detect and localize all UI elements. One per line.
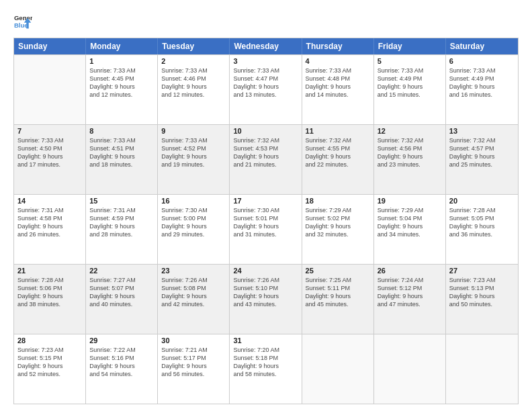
day-number: 24: [233, 267, 298, 275]
day-info: Sunrise: 7:23 AM Sunset: 5:13 PM Dayligh…: [449, 276, 515, 309]
day-info: Sunrise: 7:32 AM Sunset: 4:57 PM Dayligh…: [449, 136, 515, 169]
calendar-cell: 29Sunrise: 7:22 AM Sunset: 5:16 PM Dayli…: [86, 334, 158, 404]
calendar-cell: 8Sunrise: 7:33 AM Sunset: 4:51 PM Daylig…: [86, 125, 158, 194]
day-number: 16: [161, 197, 226, 205]
weekday-header-thursday: Thursday: [302, 38, 374, 54]
day-number: 7: [17, 127, 82, 135]
day-info: Sunrise: 7:30 AM Sunset: 5:00 PM Dayligh…: [161, 206, 226, 239]
day-number: 26: [378, 267, 442, 275]
day-number: 15: [89, 197, 154, 205]
day-info: Sunrise: 7:33 AM Sunset: 4:45 PM Dayligh…: [89, 66, 154, 99]
calendar-cell: 28Sunrise: 7:23 AM Sunset: 5:15 PM Dayli…: [14, 334, 86, 404]
calendar-cell: [14, 55, 86, 124]
calendar-cell: 18Sunrise: 7:29 AM Sunset: 5:02 PM Dayli…: [302, 195, 374, 264]
day-info: Sunrise: 7:20 AM Sunset: 5:18 PM Dayligh…: [233, 346, 298, 379]
calendar-cell: [446, 334, 518, 404]
calendar-cell: 12Sunrise: 7:32 AM Sunset: 4:56 PM Dayli…: [374, 125, 446, 194]
weekday-header-wednesday: Wednesday: [230, 38, 302, 54]
calendar-cell: 26Sunrise: 7:24 AM Sunset: 5:12 PM Dayli…: [374, 265, 446, 334]
day-number: 5: [378, 57, 442, 65]
calendar-cell: [374, 334, 446, 404]
calendar-cell: 6Sunrise: 7:33 AM Sunset: 4:49 PM Daylig…: [446, 55, 518, 124]
day-number: 20: [449, 197, 515, 205]
day-number: 27: [449, 267, 515, 275]
day-number: 17: [233, 197, 298, 205]
calendar-cell: 19Sunrise: 7:29 AM Sunset: 5:04 PM Dayli…: [374, 195, 446, 264]
day-number: 1: [89, 57, 154, 65]
day-number: 11: [306, 127, 370, 135]
calendar-cell: 14Sunrise: 7:31 AM Sunset: 4:58 PM Dayli…: [14, 195, 86, 264]
calendar-cell: 11Sunrise: 7:32 AM Sunset: 4:55 PM Dayli…: [302, 125, 374, 194]
weekday-header-sunday: Sunday: [14, 38, 86, 54]
day-info: Sunrise: 7:33 AM Sunset: 4:48 PM Dayligh…: [306, 66, 370, 99]
day-info: Sunrise: 7:32 AM Sunset: 4:56 PM Dayligh…: [378, 136, 442, 169]
weekday-header-saturday: Saturday: [446, 38, 518, 54]
calendar-cell: 23Sunrise: 7:26 AM Sunset: 5:08 PM Dayli…: [158, 265, 230, 334]
calendar-header-row: SundayMondayTuesdayWednesdayThursdayFrid…: [14, 38, 518, 54]
day-info: Sunrise: 7:31 AM Sunset: 4:59 PM Dayligh…: [89, 206, 154, 239]
weekday-header-monday: Monday: [86, 38, 158, 54]
calendar-cell: 16Sunrise: 7:30 AM Sunset: 5:00 PM Dayli…: [158, 195, 230, 264]
calendar-cell: 15Sunrise: 7:31 AM Sunset: 4:59 PM Dayli…: [86, 195, 158, 264]
day-number: 13: [449, 127, 515, 135]
calendar-cell: 20Sunrise: 7:28 AM Sunset: 5:05 PM Dayli…: [446, 195, 518, 264]
day-number: 30: [161, 336, 226, 345]
page: General Blue SundayMondayTuesdayWednesda…: [0, 0, 532, 411]
day-number: 3: [233, 57, 298, 65]
day-number: 8: [89, 127, 154, 135]
calendar-cell: 7Sunrise: 7:33 AM Sunset: 4:50 PM Daylig…: [14, 125, 86, 194]
calendar-cell: 13Sunrise: 7:32 AM Sunset: 4:57 PM Dayli…: [446, 125, 518, 194]
day-info: Sunrise: 7:33 AM Sunset: 4:51 PM Dayligh…: [89, 136, 154, 169]
calendar-row-5: 28Sunrise: 7:23 AM Sunset: 5:15 PM Dayli…: [14, 334, 518, 404]
day-info: Sunrise: 7:23 AM Sunset: 5:15 PM Dayligh…: [17, 346, 82, 379]
day-number: 23: [161, 267, 226, 275]
calendar-cell: 31Sunrise: 7:20 AM Sunset: 5:18 PM Dayli…: [230, 334, 302, 404]
day-number: 4: [306, 57, 370, 65]
day-number: 9: [161, 127, 226, 135]
day-info: Sunrise: 7:21 AM Sunset: 5:17 PM Dayligh…: [161, 346, 226, 379]
day-info: Sunrise: 7:28 AM Sunset: 5:05 PM Dayligh…: [449, 206, 515, 239]
day-number: 12: [378, 127, 442, 135]
calendar-cell: 1Sunrise: 7:33 AM Sunset: 4:45 PM Daylig…: [86, 55, 158, 124]
logo-icon: General Blue: [13, 12, 32, 31]
calendar-cell: 4Sunrise: 7:33 AM Sunset: 4:48 PM Daylig…: [302, 55, 374, 124]
calendar-cell: 25Sunrise: 7:25 AM Sunset: 5:11 PM Dayli…: [302, 265, 374, 334]
calendar-cell: 17Sunrise: 7:30 AM Sunset: 5:01 PM Dayli…: [230, 195, 302, 264]
day-info: Sunrise: 7:33 AM Sunset: 4:47 PM Dayligh…: [233, 66, 298, 99]
calendar-cell: 5Sunrise: 7:33 AM Sunset: 4:49 PM Daylig…: [374, 55, 446, 124]
day-info: Sunrise: 7:29 AM Sunset: 5:02 PM Dayligh…: [306, 206, 370, 239]
header: General Blue: [13, 12, 519, 31]
calendar-cell: 2Sunrise: 7:33 AM Sunset: 4:46 PM Daylig…: [158, 55, 230, 124]
calendar-row-4: 21Sunrise: 7:28 AM Sunset: 5:06 PM Dayli…: [14, 264, 518, 334]
day-number: 29: [89, 336, 154, 345]
day-info: Sunrise: 7:26 AM Sunset: 5:08 PM Dayligh…: [161, 276, 226, 309]
calendar-cell: 3Sunrise: 7:33 AM Sunset: 4:47 PM Daylig…: [230, 55, 302, 124]
calendar-cell: 24Sunrise: 7:26 AM Sunset: 5:10 PM Dayli…: [230, 265, 302, 334]
day-info: Sunrise: 7:33 AM Sunset: 4:46 PM Dayligh…: [161, 66, 226, 99]
day-info: Sunrise: 7:33 AM Sunset: 4:49 PM Dayligh…: [378, 66, 442, 99]
day-info: Sunrise: 7:26 AM Sunset: 5:10 PM Dayligh…: [233, 276, 298, 309]
calendar-cell: 27Sunrise: 7:23 AM Sunset: 5:13 PM Dayli…: [446, 265, 518, 334]
weekday-header-tuesday: Tuesday: [158, 38, 230, 54]
day-number: 21: [17, 267, 82, 275]
calendar-row-1: 1Sunrise: 7:33 AM Sunset: 4:45 PM Daylig…: [14, 54, 518, 124]
calendar: SundayMondayTuesdayWednesdayThursdayFrid…: [13, 38, 519, 404]
day-number: 28: [17, 336, 82, 345]
day-number: 18: [306, 197, 370, 205]
calendar-row-3: 14Sunrise: 7:31 AM Sunset: 4:58 PM Dayli…: [14, 194, 518, 264]
calendar-row-2: 7Sunrise: 7:33 AM Sunset: 4:50 PM Daylig…: [14, 124, 518, 194]
day-info: Sunrise: 7:22 AM Sunset: 5:16 PM Dayligh…: [89, 346, 154, 379]
calendar-cell: 21Sunrise: 7:28 AM Sunset: 5:06 PM Dayli…: [14, 265, 86, 334]
day-number: 2: [161, 57, 226, 65]
calendar-cell: 10Sunrise: 7:32 AM Sunset: 4:53 PM Dayli…: [230, 125, 302, 194]
day-number: 22: [89, 267, 154, 275]
day-number: 31: [233, 336, 298, 345]
day-number: 10: [233, 127, 298, 135]
day-info: Sunrise: 7:33 AM Sunset: 4:52 PM Dayligh…: [161, 136, 226, 169]
day-info: Sunrise: 7:27 AM Sunset: 5:07 PM Dayligh…: [89, 276, 154, 309]
day-number: 14: [17, 197, 82, 205]
calendar-cell: 9Sunrise: 7:33 AM Sunset: 4:52 PM Daylig…: [158, 125, 230, 194]
day-info: Sunrise: 7:28 AM Sunset: 5:06 PM Dayligh…: [17, 276, 82, 309]
day-number: 6: [449, 57, 515, 65]
logo: General Blue: [13, 12, 32, 31]
